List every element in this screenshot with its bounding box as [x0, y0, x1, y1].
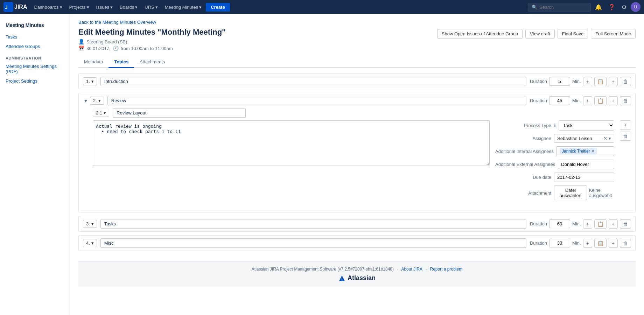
copy-topic-btn-2[interactable]: 📋 [594, 96, 607, 105]
attachment-choose-btn[interactable]: Datei auswählen [554, 186, 587, 200]
delete-subtopic-btn[interactable]: 🗑 [620, 132, 631, 141]
admin-section-label: ADMINISTRATION [0, 51, 70, 62]
page-header: Edit Meeting Minutes "Monthly Meeting" 👤… [78, 28, 636, 52]
chevron-down-icon: ▾ [87, 5, 89, 10]
add-after-btn-4[interactable]: + [609, 239, 618, 248]
sidebar-item-project-settings[interactable]: Project Settings [0, 76, 70, 86]
notifications-icon[interactable]: 🔔 [593, 2, 604, 12]
assignee-label: Assignee [495, 136, 551, 141]
nav-meeting-minutes[interactable]: Meeting Minutes ▾ [162, 3, 204, 11]
settings-icon[interactable]: ⚙ [620, 2, 629, 12]
copy-topic-btn-3[interactable]: 📋 [594, 219, 607, 229]
duration-label-4: Duration [530, 240, 547, 246]
search-box[interactable]: 🔍 [528, 3, 591, 12]
tab-topics[interactable]: Topics [108, 56, 134, 68]
chevron-down-icon: ▾ [104, 110, 106, 115]
additional-internal-row: Additional Internal Assignees Jannick Tr… [495, 146, 614, 156]
nav-dashboards[interactable]: Dashboards ▾ [31, 3, 65, 11]
nav-urs[interactable]: URS ▾ [142, 3, 160, 11]
topic-title-input-1[interactable] [100, 77, 526, 86]
topic-row-4: 4. ▾ Duration Min. + 📋 + 🗑 [78, 235, 636, 251]
about-jira-link[interactable]: About JIRA [401, 267, 422, 272]
nav-issues[interactable]: Issues ▾ [93, 3, 116, 11]
delete-topic-btn-3[interactable]: 🗑 [620, 219, 631, 229]
back-link[interactable]: Back to the Meeting Minutes Overview [78, 20, 636, 25]
topic-header-4: 4. ▾ Duration Min. + 📋 + 🗑 [79, 236, 635, 251]
chevron-down-icon: ▾ [98, 98, 101, 103]
due-date-value [554, 173, 614, 182]
user-avatar[interactable]: U [631, 2, 640, 12]
remove-internal-tag-btn[interactable]: ✕ [591, 149, 595, 154]
duration-label-1: Duration [530, 79, 547, 84]
subtopic-num-2-1[interactable]: 2.1 ▾ [93, 109, 109, 117]
nav-boards[interactable]: Boards ▾ [117, 3, 140, 11]
topic-title-input-4[interactable] [100, 238, 526, 248]
subtopic-textarea-2-1[interactable]: Actual review is ongoing • need to check… [93, 120, 490, 166]
additional-internal-field[interactable]: Jannick Treitler ✕ [556, 146, 614, 156]
duration-input-4[interactable] [549, 239, 570, 247]
show-open-issues-button[interactable]: Show Open Issues of Attendee Group [437, 29, 523, 38]
copy-topic-btn-4[interactable]: 📋 [594, 239, 607, 248]
topic-title-input-2[interactable] [107, 96, 526, 105]
duration-input-1[interactable] [549, 77, 570, 86]
topic-num-2[interactable]: 2. ▾ [90, 97, 104, 105]
tab-metadata[interactable]: Metadata [78, 56, 108, 68]
sidebar-item-mm-settings[interactable]: Meeting Minutes Settings (PDF) [0, 62, 70, 76]
add-after-btn-1[interactable]: + [609, 77, 618, 86]
additional-external-input[interactable] [558, 160, 614, 169]
assignee-text: Sebastian Leisen [557, 136, 592, 141]
tab-attachments[interactable]: Attachments [134, 56, 170, 68]
search-icon: 🔍 [532, 5, 537, 10]
due-date-input[interactable] [554, 173, 614, 182]
add-subtopic-btn-3[interactable]: + [583, 219, 592, 229]
delete-topic-btn-4[interactable]: 🗑 [620, 239, 631, 248]
nav-projects[interactable]: Projects ▾ [66, 3, 92, 11]
topic-header-1: 1. ▾ Duration Min. + 📋 + 🗑 [79, 74, 635, 89]
topic-header-2: ▾ 2. ▾ Duration Min. + 📋 + 🗑 [79, 93, 635, 108]
min-label-4: Min. [572, 240, 581, 246]
topic-controls-4: Duration Min. + 📋 + 🗑 [530, 239, 631, 248]
full-screen-button[interactable]: Full Screen Mode [591, 29, 636, 38]
add-subtopic-item-btn[interactable]: + [620, 120, 631, 130]
topic-num-1[interactable]: 1. ▾ [83, 77, 97, 85]
report-problem-link[interactable]: Report a problem [430, 267, 462, 272]
sidebar-item-tasks[interactable]: Tasks [0, 32, 70, 42]
logo-text: JIRA [14, 4, 27, 10]
delete-topic-btn-1[interactable]: 🗑 [620, 77, 631, 86]
add-subtopic-btn-1[interactable]: + [583, 77, 592, 86]
duration-input-2[interactable] [549, 96, 570, 105]
view-draft-button[interactable]: View draft [525, 29, 555, 38]
clear-assignee-icon[interactable]: ✕ ▾ [603, 136, 611, 141]
copy-topic-btn-1[interactable]: 📋 [594, 77, 607, 86]
help-icon[interactable]: ❓ [606, 2, 617, 12]
duration-input-3[interactable] [549, 219, 570, 228]
chevron-down-icon: ▾ [91, 79, 94, 84]
topic-title-input-3[interactable] [100, 219, 526, 229]
min-label-3: Min. [572, 221, 581, 226]
add-after-btn-2[interactable]: + [609, 96, 618, 105]
topic-row-2: ▾ 2. ▾ Duration Min. + 📋 + 🗑 [78, 93, 636, 212]
add-subtopic-btn-4[interactable]: + [583, 239, 592, 248]
topic-num-4[interactable]: 4. ▾ [83, 239, 97, 247]
sidebar-item-attendee-groups[interactable]: Attendee Groups [0, 42, 70, 51]
create-button[interactable]: Create [206, 3, 230, 12]
process-type-select[interactable]: Task Decision Info [559, 120, 614, 131]
additional-internal-label: Additional Internal Assignees [495, 149, 554, 154]
jira-logo[interactable]: J JIRA [4, 2, 27, 12]
search-input[interactable] [539, 5, 588, 10]
subtopic-title-input-2-1[interactable] [113, 108, 246, 118]
info-icon[interactable]: ℹ [554, 123, 556, 128]
assignee-field[interactable]: Sebastian Leisen ✕ ▾ [554, 134, 614, 143]
topic-row-1: 1. ▾ Duration Min. + 📋 + 🗑 [78, 74, 636, 89]
final-save-button[interactable]: Final Save [558, 29, 588, 38]
topic-num-3[interactable]: 3. ▾ [83, 220, 97, 228]
sidebar: Meeting Minutes Tasks Attendee Groups AD… [0, 14, 70, 315]
add-subtopic-btn-2[interactable]: + [583, 96, 592, 105]
additional-external-value [558, 160, 614, 169]
additional-external-row: Additional External Assignees [495, 160, 614, 169]
delete-topic-btn-2[interactable]: 🗑 [620, 96, 631, 105]
add-after-btn-3[interactable]: + [609, 219, 618, 229]
process-type-row: Process Type ℹ Task Decision Info [495, 120, 614, 131]
topic-controls-1: Duration Min. + 📋 + 🗑 [530, 77, 631, 86]
collapse-btn-2[interactable]: ▾ [83, 97, 89, 104]
